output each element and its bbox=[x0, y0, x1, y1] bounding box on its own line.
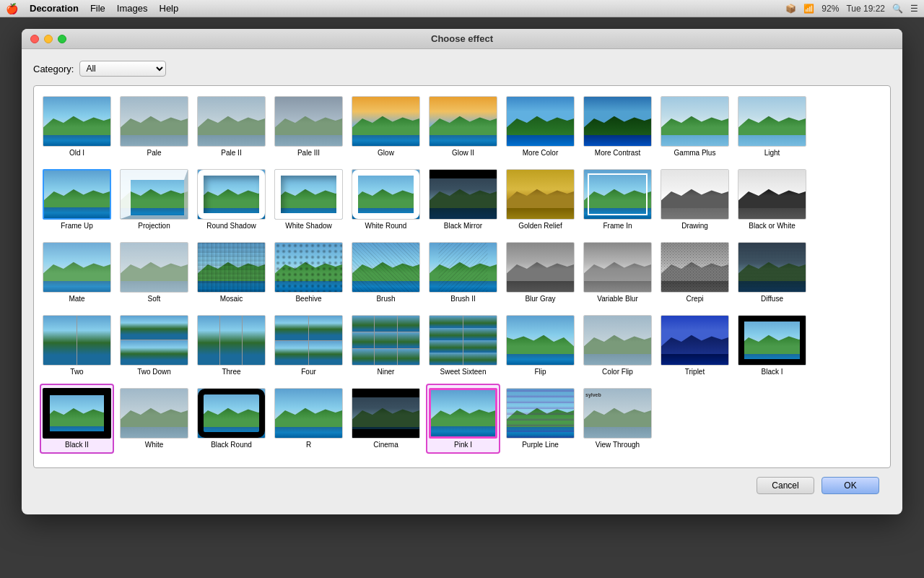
effect-round-shadow[interactable]: Round Shadow bbox=[194, 165, 269, 235]
effect-soft[interactable]: Soft bbox=[117, 238, 191, 308]
traffic-lights bbox=[30, 35, 66, 43]
effect-brush-ii[interactable]: Brush II bbox=[426, 238, 500, 308]
ok-button[interactable]: OK bbox=[821, 477, 879, 494]
maximize-button[interactable] bbox=[58, 35, 66, 43]
effect-brush[interactable]: Brush bbox=[349, 238, 423, 308]
effect-color-flip[interactable]: Color Flip bbox=[580, 311, 655, 381]
effect-two[interactable]: Two bbox=[40, 311, 114, 381]
effects-grid: Old I Pale Pale II bbox=[40, 92, 884, 454]
effect-light[interactable]: Light bbox=[735, 92, 809, 162]
menubar-decoration[interactable]: Decoration bbox=[30, 3, 79, 14]
effect-flip[interactable]: Flip bbox=[503, 311, 578, 381]
effect-projection[interactable]: Projection bbox=[117, 165, 191, 235]
effect-view-through[interactable]: sylveb View Through bbox=[580, 384, 655, 454]
menubar-file[interactable]: File bbox=[90, 3, 105, 14]
buttons-row: Cancel OK bbox=[33, 468, 891, 503]
effect-variable-blur[interactable]: Variable Blur bbox=[580, 238, 655, 308]
menubar-help[interactable]: Help bbox=[160, 3, 179, 14]
search-icon[interactable]: 🔍 bbox=[892, 4, 903, 14]
effect-white[interactable]: White bbox=[117, 384, 191, 454]
category-label: Category: bbox=[33, 64, 74, 74]
battery-status: 92% bbox=[821, 4, 839, 14]
window-title: Choose effect bbox=[431, 33, 493, 44]
menubar-images[interactable]: Images bbox=[117, 3, 148, 14]
effect-white-round[interactable]: White Round bbox=[349, 165, 423, 235]
effect-frame-in[interactable]: Frame In bbox=[580, 165, 655, 235]
effect-drawing[interactable]: Drawing bbox=[658, 165, 732, 235]
effect-glow-ii[interactable]: Glow II bbox=[426, 92, 500, 162]
effect-pale-ii[interactable]: Pale II bbox=[194, 92, 269, 162]
effect-black-or-white[interactable]: Black or White bbox=[735, 165, 809, 235]
menubar: 🍎 Decoration File Images Help 📦 📶 92% Tu… bbox=[0, 0, 924, 17]
effect-cinema[interactable]: Cinema bbox=[349, 384, 423, 454]
effect-two-down[interactable]: Two Down bbox=[117, 311, 191, 381]
effect-gamma-plus[interactable]: Gamma Plus bbox=[658, 92, 732, 162]
effect-mosaic[interactable]: Mosaic bbox=[194, 238, 269, 308]
category-row: Category: All Frames Color Blur Artistic bbox=[33, 61, 891, 77]
clock: Tue 19:22 bbox=[846, 4, 885, 14]
effect-black-ii[interactable]: Black II bbox=[40, 384, 114, 454]
effect-sweet-sixteen[interactable]: Sweet Sixteen bbox=[426, 311, 500, 381]
effect-crepi[interactable]: Crepi bbox=[658, 238, 732, 308]
effect-three[interactable]: Three bbox=[194, 311, 269, 381]
minimize-button[interactable] bbox=[44, 35, 53, 43]
menu-icon[interactable]: ☰ bbox=[910, 4, 918, 14]
effect-glow[interactable]: Glow bbox=[349, 92, 423, 162]
effect-r[interactable]: R bbox=[271, 384, 346, 454]
effect-niner[interactable]: Niner bbox=[349, 311, 423, 381]
effect-more-contrast[interactable]: More Contrast bbox=[580, 92, 655, 162]
effects-grid-container[interactable]: Old I Pale Pale II bbox=[33, 85, 891, 468]
effect-old-i[interactable]: Old I bbox=[40, 92, 114, 162]
wifi-icon: 📶 bbox=[803, 4, 814, 14]
cancel-button[interactable]: Cancel bbox=[757, 477, 814, 494]
choose-effect-window: Choose effect Category: All Frames Color… bbox=[22, 29, 902, 514]
effect-black-round[interactable]: Black Round bbox=[194, 384, 269, 454]
effect-mate[interactable]: Mate bbox=[40, 238, 114, 308]
effect-pink-i[interactable]: Pink I bbox=[426, 384, 500, 454]
menubar-right: 📦 📶 92% Tue 19:22 🔍 ☰ bbox=[785, 4, 918, 14]
effect-golden-relief[interactable]: Golden Relief bbox=[503, 165, 578, 235]
effect-purple-line[interactable]: Purple Line bbox=[503, 384, 578, 454]
effect-diffuse[interactable]: Diffuse bbox=[735, 238, 809, 308]
effect-beehive[interactable]: Beehive bbox=[271, 238, 346, 308]
effect-black-i[interactable]: Black I bbox=[735, 311, 809, 381]
apple-menu[interactable]: 🍎 bbox=[6, 3, 18, 14]
effect-triplet[interactable]: Triplet bbox=[658, 311, 732, 381]
category-select[interactable]: All Frames Color Blur Artistic bbox=[79, 61, 166, 77]
effect-more-color[interactable]: More Color bbox=[503, 92, 578, 162]
effect-pale[interactable]: Pale bbox=[117, 92, 191, 162]
window-content: Category: All Frames Color Blur Artistic bbox=[22, 49, 902, 514]
effect-white-shadow[interactable]: White Shadow bbox=[271, 165, 346, 235]
effect-pale-iii[interactable]: Pale III bbox=[271, 92, 346, 162]
effect-four[interactable]: Four bbox=[271, 311, 346, 381]
effect-blur-gray[interactable]: Blur Gray bbox=[503, 238, 578, 308]
close-button[interactable] bbox=[30, 35, 39, 43]
dropbox-icon: 📦 bbox=[785, 4, 796, 14]
titlebar: Choose effect bbox=[22, 29, 902, 49]
effect-black-mirror[interactable]: Black Mirror bbox=[426, 165, 500, 235]
effect-frame-up[interactable]: Frame Up bbox=[40, 165, 114, 235]
